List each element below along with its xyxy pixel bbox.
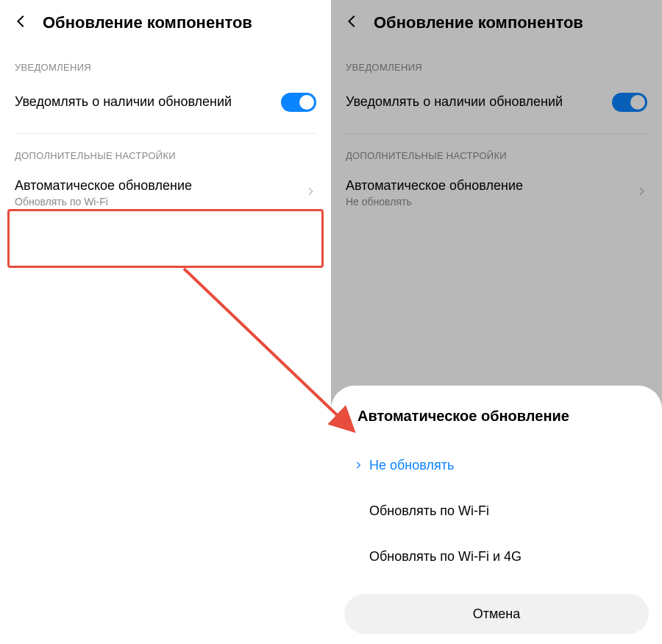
auto-update-row[interactable]: Автоматическое обновление Не обновлять bbox=[331, 167, 662, 218]
header: Обновление компонентов bbox=[331, 0, 662, 46]
screen-before: Обновление компонентов УВЕДОМЛЕНИЯ Уведо… bbox=[0, 0, 331, 644]
section-label-additional: ДОПОЛНИТЕЛЬНЫЕ НАСТРОЙКИ bbox=[0, 134, 331, 167]
notify-label: Уведомлять о наличии обновлений bbox=[346, 93, 612, 110]
chevron-right-icon bbox=[636, 185, 647, 200]
cancel-label: Отмена bbox=[473, 606, 521, 622]
section-label-additional: ДОПОЛНИТЕЛЬНЫЕ НАСТРОЙКИ bbox=[331, 134, 662, 167]
auto-update-title: Автоматическое обновление bbox=[15, 177, 305, 194]
notify-toggle[interactable] bbox=[281, 93, 316, 112]
option-label: Не обновлять bbox=[369, 458, 454, 473]
auto-update-row[interactable]: Автоматическое обновление Обновлять по W… bbox=[0, 167, 331, 218]
sheet-option-wifi[interactable]: Обновлять по Wi-Fi bbox=[331, 488, 662, 534]
sheet-option-wifi-4g[interactable]: Обновлять по Wi-Fi и 4G bbox=[331, 534, 662, 579]
option-label: Обновлять по Wi-Fi и 4G bbox=[369, 549, 522, 565]
notify-row[interactable]: Уведомлять о наличии обновлений bbox=[331, 79, 662, 126]
screen-after: Обновление компонентов УВЕДОМЛЕНИЯ Уведо… bbox=[331, 0, 662, 644]
sheet-option-no-update[interactable]: Не обновлять bbox=[331, 442, 662, 488]
back-icon[interactable] bbox=[13, 13, 29, 32]
page-title: Обновление компонентов bbox=[43, 13, 252, 32]
cancel-button[interactable]: Отмена bbox=[344, 594, 649, 634]
notify-label: Уведомлять о наличии обновлений bbox=[15, 93, 281, 110]
auto-update-subtitle: Обновлять по Wi-Fi bbox=[15, 196, 305, 208]
notify-toggle[interactable] bbox=[612, 93, 647, 112]
section-label-notifications: УВЕДОМЛЕНИЯ bbox=[331, 46, 662, 79]
option-label: Обновлять по Wi-Fi bbox=[369, 503, 489, 519]
back-icon[interactable] bbox=[344, 13, 360, 32]
notify-row[interactable]: Уведомлять о наличии обновлений bbox=[0, 79, 331, 126]
sheet-title: Автоматическое обновление bbox=[331, 408, 662, 442]
bottom-sheet: Автоматическое обновление Не обновлять О… bbox=[331, 386, 662, 644]
chevron-right-icon bbox=[305, 185, 316, 200]
auto-update-title: Автоматическое обновление bbox=[346, 177, 636, 194]
header: Обновление компонентов bbox=[0, 0, 331, 46]
section-label-notifications: УВЕДОМЛЕНИЯ bbox=[0, 46, 331, 79]
page-title: Обновление компонентов bbox=[374, 13, 583, 32]
selected-icon bbox=[353, 460, 365, 470]
auto-update-subtitle: Не обновлять bbox=[346, 196, 636, 208]
